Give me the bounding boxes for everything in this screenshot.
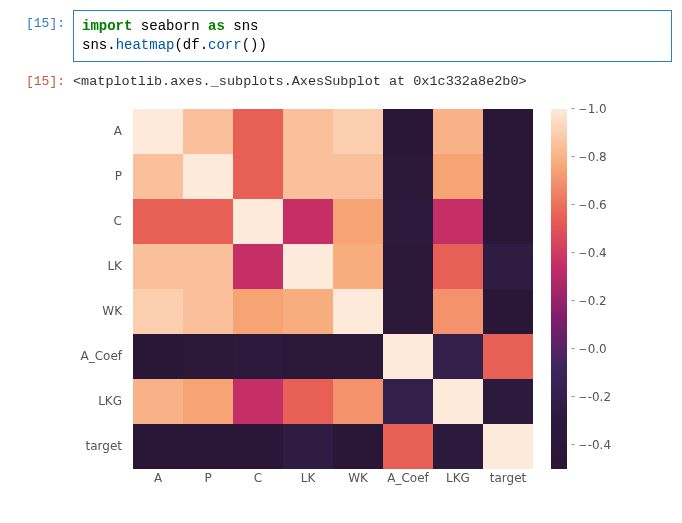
- heatmap-cell: [333, 379, 383, 424]
- x-tick: target: [483, 471, 533, 485]
- heatmap-cell: [183, 289, 233, 334]
- input-prompt: [15]:: [10, 10, 73, 31]
- heatmap-cell: [433, 154, 483, 199]
- output-prompt: [15]:: [10, 68, 73, 89]
- heatmap-cell: [383, 424, 433, 469]
- y-tick: target: [73, 424, 128, 469]
- heatmap-cell: [333, 289, 383, 334]
- x-tick: A: [133, 471, 183, 485]
- heatmap-cell: [233, 379, 283, 424]
- colorbar-tick: ‒ -0.4: [571, 438, 611, 452]
- colorbar-tick: ‒ 0.6: [571, 198, 607, 212]
- heatmap-cell: [233, 199, 283, 244]
- heatmap-cell: [183, 244, 233, 289]
- heatmap-cell: [183, 424, 233, 469]
- heatmap-cell: [133, 379, 183, 424]
- heatmap-cell: [483, 289, 533, 334]
- y-tick: A: [73, 109, 128, 154]
- heatmap-cell: [333, 424, 383, 469]
- colorbar-tick: ‒ 0.0: [571, 342, 607, 356]
- heatmap-cell: [383, 244, 433, 289]
- colorbar-tick: ‒ 0.2: [571, 294, 607, 308]
- x-tick: A_Coef: [383, 471, 433, 485]
- heatmap-cell: [133, 244, 183, 289]
- heatmap-cell: [133, 289, 183, 334]
- heatmap-cell: [183, 199, 233, 244]
- heatmap-cell: [283, 334, 333, 379]
- colorbar-tick: ‒ 0.4: [571, 246, 607, 260]
- heatmap-cell: [483, 334, 533, 379]
- heatmap-cell: [483, 109, 533, 154]
- heatmap-cell: [183, 109, 233, 154]
- heatmap-cell: [433, 109, 483, 154]
- y-tick: LKG: [73, 379, 128, 424]
- heatmap-cell: [233, 289, 283, 334]
- heatmap-cell: [133, 424, 183, 469]
- heatmap-cell: [183, 154, 233, 199]
- heatmap-cell: [333, 334, 383, 379]
- colorbar-ticks: ‒ -0.4‒ -0.2‒ 0.0‒ 0.2‒ 0.4‒ 0.6‒ 0.8‒ 1…: [571, 109, 621, 469]
- output-text: <matplotlib.axes._subplots.AxesSubplot a…: [73, 68, 672, 89]
- heatmap-cell: [133, 109, 183, 154]
- y-tick: LK: [73, 244, 128, 289]
- heatmap-cell: [233, 109, 283, 154]
- heatmap-grid: [133, 109, 533, 469]
- heatmap-cell: [383, 289, 433, 334]
- heatmap-cell: [383, 154, 433, 199]
- heatmap-cell: [233, 424, 283, 469]
- heatmap-cell: [283, 289, 333, 334]
- y-tick: WK: [73, 289, 128, 334]
- heatmap-cell: [133, 154, 183, 199]
- heatmap-cell: [383, 109, 433, 154]
- heatmap-cell: [383, 199, 433, 244]
- heatmap-cell: [483, 199, 533, 244]
- y-tick: C: [73, 199, 128, 244]
- heatmap-cell: [233, 154, 283, 199]
- heatmap-cell: [333, 244, 383, 289]
- heatmap-chart: APCLKWKA_CoefLKGtarget APCLKWKA_CoefLKGt…: [73, 99, 633, 499]
- heatmap-cell: [283, 379, 333, 424]
- heatmap-cell: [433, 244, 483, 289]
- heatmap-cell: [133, 199, 183, 244]
- heatmap-cell: [333, 199, 383, 244]
- heatmap-cell: [483, 154, 533, 199]
- heatmap-cell: [433, 379, 483, 424]
- heatmap-cell: [433, 289, 483, 334]
- heatmap-cell: [433, 334, 483, 379]
- x-axis-ticks: APCLKWKA_CoefLKGtarget: [133, 471, 533, 485]
- heatmap-cell: [183, 334, 233, 379]
- heatmap-cell: [283, 244, 333, 289]
- colorbar-tick: ‒ -0.2: [571, 390, 611, 404]
- colorbar: [551, 109, 567, 469]
- heatmap-cell: [483, 424, 533, 469]
- heatmap-cell: [383, 334, 433, 379]
- y-axis-ticks: APCLKWKA_CoefLKGtarget: [73, 109, 128, 469]
- heatmap-cell: [483, 244, 533, 289]
- heatmap-cell: [283, 424, 333, 469]
- code-cell[interactable]: import seaborn as sns sns.heatmap(df.cor…: [73, 10, 672, 62]
- heatmap-cell: [283, 199, 333, 244]
- colorbar-tick: ‒ 0.8: [571, 150, 607, 164]
- heatmap-cell: [333, 109, 383, 154]
- x-tick: LKG: [433, 471, 483, 485]
- x-tick: LK: [283, 471, 333, 485]
- heatmap-cell: [133, 334, 183, 379]
- x-tick: P: [183, 471, 233, 485]
- heatmap-cell: [483, 379, 533, 424]
- x-tick: WK: [333, 471, 383, 485]
- x-tick: C: [233, 471, 283, 485]
- y-tick: P: [73, 154, 128, 199]
- heatmap-cell: [433, 424, 483, 469]
- heatmap-cell: [283, 154, 333, 199]
- heatmap-cell: [283, 109, 333, 154]
- heatmap-cell: [433, 199, 483, 244]
- y-tick: A_Coef: [73, 334, 128, 379]
- heatmap-cell: [233, 334, 283, 379]
- heatmap-cell: [383, 379, 433, 424]
- colorbar-tick: ‒ 1.0: [571, 102, 607, 116]
- heatmap-cell: [333, 154, 383, 199]
- heatmap-cell: [233, 244, 283, 289]
- heatmap-cell: [183, 379, 233, 424]
